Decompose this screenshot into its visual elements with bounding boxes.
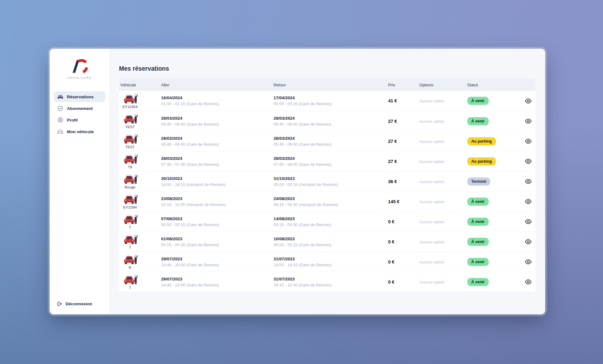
table-header: Véhicule Aller Retour Prix Options Statu… <box>119 79 535 91</box>
status-badge: À venir <box>467 258 489 266</box>
sidebar-item-label: Mon véhicule <box>67 129 94 134</box>
price: 0 € <box>388 239 394 244</box>
retour-detail: 05:00 - 05:15 (Gare de Rennes) <box>274 242 386 247</box>
aller-date: 28/03/2024 <box>161 116 271 121</box>
aller-date: 30/10/2023 <box>161 176 271 181</box>
aller-date: 28/03/2024 <box>161 136 271 141</box>
price: 27 € <box>388 119 397 124</box>
price: 41 € <box>388 98 397 103</box>
aller-detail: 10:15 - 10:30 (Aéroport de Rennes) <box>161 202 271 207</box>
retour-detail: 18:15 - 18:30 (Gare de Rennes) <box>274 283 386 287</box>
options-text: Aucune option <box>419 200 444 204</box>
vehicle-illustration-icon <box>122 234 138 245</box>
options-text: Aucune option <box>419 180 444 184</box>
view-reservation-button[interactable] <box>524 157 533 165</box>
retour-date: 31/07/2023 <box>274 277 386 281</box>
view-reservation-button[interactable] <box>524 258 533 266</box>
eye-icon <box>525 98 532 104</box>
reservations-table: Véhicule Aller Retour Prix Options Statu… <box>119 79 535 292</box>
retour-detail: 06:15 - 06:30 (Aéroport de Rennes) <box>274 202 386 207</box>
reservation-row: R 29/07/2023 14:45 - 15:00 (Gare de Renn… <box>119 252 535 272</box>
retour-date: 24/08/2023 <box>274 196 386 201</box>
options-text: Aucune option <box>419 260 444 264</box>
column-header-statut: Statut <box>465 83 519 87</box>
vehicle-illustration-icon <box>122 113 138 125</box>
view-reservation-button[interactable] <box>524 278 533 286</box>
arvin-care-logo-icon <box>69 57 90 75</box>
logout-label: Déconnexion <box>66 302 92 306</box>
sidebar: ARVIN CARE Réservations <box>50 49 110 314</box>
aller-date: 07/08/2023 <box>161 216 271 221</box>
view-reservation-button[interactable] <box>524 137 533 145</box>
options-text: Aucune option <box>419 280 444 285</box>
sidebar-item-reservations[interactable]: Réservations <box>54 91 105 102</box>
view-reservation-button[interactable] <box>524 238 533 246</box>
aller-detail: 14:45 - 15:00 (Gare de Rennes) <box>161 283 271 287</box>
price: 145 € <box>388 199 399 204</box>
main-content: Mes réservations Véhicule Aller Retour P… <box>110 49 545 314</box>
eye-icon <box>525 179 532 184</box>
status-badge: À venir <box>467 117 489 125</box>
retour-detail: 18:00 - 18:15 (Gare de Rennes) <box>274 263 386 267</box>
vehicle-illustration-icon <box>122 133 138 145</box>
table-body: EY12354 16/04/2024 01:00 - 01:15 (Gare d… <box>119 91 535 292</box>
column-header-prix: Prix <box>386 83 417 87</box>
aller-date: 01/08/2023 <box>161 236 271 241</box>
status-badge: À venir <box>467 278 489 286</box>
retour-detail: 00:00 - 00:15 (Aéroport de Rennes) <box>274 182 386 187</box>
vehicle-name: TEST <box>125 125 134 129</box>
sidebar-nav: Réservations Abonnement <box>50 91 109 137</box>
vehicle-name: T <box>129 286 131 290</box>
view-reservation-button[interactable] <box>524 198 533 205</box>
reservation-row: T 01/08/2023 00:15 - 00:30 (Gare de Renn… <box>119 231 535 252</box>
column-header-aller: Aller <box>159 83 271 87</box>
logout-button[interactable]: Déconnexion <box>57 301 109 307</box>
price: 27 € <box>388 139 397 144</box>
aller-date: 29/07/2023 <box>161 257 271 261</box>
sidebar-item-abonnement[interactable]: Abonnement <box>54 103 105 114</box>
vehicle-illustration-icon <box>122 214 138 225</box>
column-header-options: Options <box>417 83 464 87</box>
options-text: Aucune option <box>419 99 444 103</box>
price: 0 € <box>388 259 394 264</box>
aller-detail: 05:45 - 06:00 (Gare de Rennes) <box>161 142 271 147</box>
retour-date: 14/08/2023 <box>274 216 386 221</box>
price: 0 € <box>388 219 394 224</box>
retour-date: 28/03/2024 <box>274 116 386 121</box>
vehicle-name: EY12354 <box>122 105 137 109</box>
retour-detail: 05:45 - 06:00 (Gare de Rennes) <box>274 122 386 127</box>
vehicle-name: TEST <box>125 145 134 149</box>
options-text: Aucune option <box>419 220 444 224</box>
status-badge: À venir <box>467 97 489 105</box>
view-reservation-button[interactable] <box>524 117 533 125</box>
reservation-row: Ttt 28/03/2024 07:30 - 07:45 (Gare de Re… <box>119 151 535 171</box>
reservation-row: T 07/08/2023 00:00 - 00:15 (Gare de Renn… <box>119 211 535 231</box>
status-badge: À venir <box>467 218 489 226</box>
retour-detail: 00:00 - 00:15 (Gare de Rennes) <box>274 101 386 106</box>
eye-icon <box>525 239 532 244</box>
eye-icon <box>525 219 532 224</box>
brand-logo: ARVIN CARE <box>50 57 109 79</box>
reservation-row: TEST 28/03/2024 05:45 - 06:00 (Gare de R… <box>119 131 535 151</box>
view-reservation-button[interactable] <box>524 97 533 105</box>
brand-name: ARVIN CARE <box>67 76 92 79</box>
sidebar-item-profil[interactable]: Profil <box>54 115 105 125</box>
user-circle-icon <box>57 117 63 123</box>
sidebar-item-label: Abonnement <box>67 106 93 111</box>
sidebar-item-label: Profil <box>67 118 78 122</box>
view-reservation-button[interactable] <box>524 177 533 185</box>
view-reservation-button[interactable] <box>524 218 533 225</box>
logout-icon <box>57 301 62 307</box>
aller-detail: 07:30 - 07:45 (Gare de Rennes) <box>161 162 271 167</box>
sidebar-item-mon-vehicule[interactable]: Mon véhicule <box>54 126 105 137</box>
vehicle-name: Ttt <box>128 165 132 169</box>
retour-date: 31/10/2023 <box>274 176 386 181</box>
retour-detail: 03:15 - 03:30 (Gare de Rennes) <box>274 222 386 227</box>
column-header-vehicule: Véhicule <box>119 83 159 87</box>
vehicle-illustration-icon <box>122 174 138 185</box>
options-text: Aucune option <box>419 139 444 144</box>
vehicle-illustration-icon <box>122 154 138 165</box>
aller-detail: 00:00 - 00:15 (Gare de Rennes) <box>161 222 271 227</box>
eye-icon <box>525 259 532 264</box>
car-outline-icon <box>57 129 63 134</box>
